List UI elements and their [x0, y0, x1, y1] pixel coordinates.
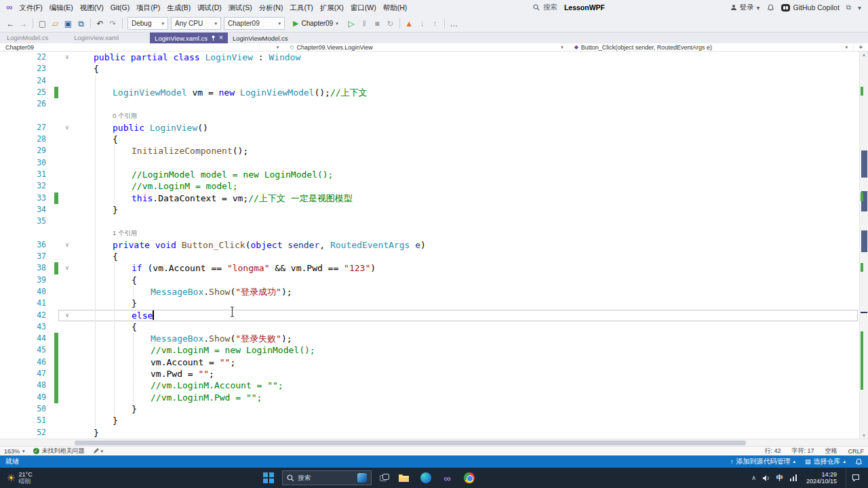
code-line[interactable]: 34} [0, 204, 859, 216]
horizontal-scrollbar[interactable] [0, 439, 868, 446]
fold-chevron-icon[interactable]: ∨ [60, 262, 75, 274]
task-view-button[interactable] [380, 474, 389, 482]
code-line[interactable]: 29InitializeComponent(); [0, 145, 859, 157]
code-line[interactable]: 41} [0, 298, 859, 309]
undo-icon[interactable]: ↶ [94, 17, 106, 30]
taskbar-search[interactable]: 搜索 [282, 470, 372, 485]
fold-chevron-icon[interactable]: ∨ [60, 310, 75, 321]
add-view-button[interactable]: + [853, 43, 868, 51]
toolbar-combo-any-cpu[interactable]: Any CPU▾ [171, 17, 221, 30]
code-line[interactable]: 22∨public partial class LoginView : Wind… [0, 52, 859, 63]
code-line[interactable]: 24 [0, 75, 859, 87]
code-line[interactable]: 28{ [0, 134, 859, 145]
code-line[interactable]: 31//LoginModel model = new LoginModel(); [0, 169, 859, 180]
menu-item[interactable]: 工具(T) [286, 0, 316, 15]
add-to-source-control-button[interactable]: ↑ 添加到源代码管理 ▴ [730, 457, 795, 466]
breadcrumb-segment-0[interactable]: Chapter09▾ [0, 43, 284, 51]
network-icon[interactable] [789, 474, 797, 481]
notifications-bell-icon[interactable] [855, 458, 863, 466]
pin-icon[interactable] [211, 35, 216, 41]
code-line[interactable]: 36∨private void Button_Click(object send… [0, 239, 859, 251]
code-line[interactable]: 39{ [0, 274, 859, 286]
code-line[interactable]: 47vm.Pwd = ""; [0, 368, 859, 380]
menu-item[interactable]: 测试(S) [225, 0, 256, 15]
sign-in-button[interactable]: 登录 ▾ [730, 3, 760, 12]
eol-indicator[interactable]: CRLF [848, 448, 864, 455]
line-indicator[interactable]: 行: 42 [764, 447, 781, 455]
tab-loginview.xaml.cs[interactable]: LoginView.xaml.cs× [150, 33, 228, 43]
menu-item[interactable]: 扩展(X) [317, 0, 347, 15]
code-line[interactable]: 49//vm.LoginM.Pwd = ""; [0, 392, 859, 403]
menu-item[interactable]: 调试(D) [194, 0, 225, 15]
feedback-icon[interactable]: ▾ [858, 4, 861, 12]
breadcrumb-segment-1[interactable]: ◇Chapter09.Views.LoginView▾ [284, 43, 568, 51]
ghost-tab[interactable]: LoginView.xaml [70, 33, 123, 43]
open-file-icon[interactable]: ▱ [49, 17, 62, 30]
menu-item[interactable]: 帮助(H) [380, 0, 411, 15]
code-line[interactable]: 51} [0, 415, 859, 426]
ghost-tab[interactable]: LoginModel.cs [3, 33, 52, 43]
menu-item[interactable]: 生成(B) [163, 0, 194, 15]
hot-reload-icon[interactable]: ▲ [403, 17, 416, 30]
menu-item[interactable]: 文件(F) [16, 0, 45, 15]
edit-indicator[interactable]: ▾ [93, 448, 104, 454]
scroll-up-icon[interactable]: ▲ [860, 52, 868, 57]
chrome-browser-button[interactable] [462, 471, 476, 485]
hidden-icons-chevron[interactable]: ∧ [751, 474, 756, 481]
save-all-icon[interactable]: ⧉ [75, 17, 87, 30]
vertical-scrollbar[interactable]: ▲ ▼ [859, 52, 868, 439]
code-line[interactable]: 25LoginViewModel vm = new LoginViewModel… [0, 87, 859, 98]
bell-icon[interactable] [767, 4, 774, 12]
code-line[interactable]: 46vm.Account = ""; [0, 357, 859, 368]
code-line[interactable]: 0 个引用 [0, 110, 859, 121]
search-box[interactable]: 搜索 [526, 3, 564, 12]
toolbar-combo-chapter09[interactable]: Chapter09▾ [224, 17, 285, 30]
visual-studio-button[interactable]: ∞ [441, 471, 454, 485]
select-repository-button[interactable]: ▤ 选择仓库 ▴ [805, 457, 846, 466]
menu-item[interactable]: 分析(N) [256, 0, 287, 15]
menu-item[interactable]: Git(G) [107, 0, 134, 15]
code-line[interactable]: 30 [0, 157, 859, 169]
step-into-icon[interactable]: ↓ [416, 17, 429, 30]
nav-forward-icon[interactable]: → [17, 17, 30, 30]
volume-icon[interactable] [762, 474, 770, 482]
screen-share-icon[interactable]: ⧉ [846, 3, 851, 12]
hscroll-thumb[interactable] [75, 441, 746, 445]
taskbar-clock[interactable]: 14:29 2024/10/15 [804, 471, 840, 485]
menu-item[interactable]: 视图(V) [77, 0, 107, 15]
code-line[interactable]: 26 [0, 98, 859, 110]
menu-item[interactable]: 编辑(E) [46, 0, 77, 15]
edge-browser-button[interactable] [419, 471, 433, 485]
code-line[interactable]: 45//vm.LoginM = new LoginModel(); [0, 344, 859, 356]
menu-item[interactable]: 项目(P) [133, 0, 163, 15]
code-line[interactable]: 43{ [0, 321, 859, 333]
code-line[interactable]: 23{ [0, 63, 859, 75]
breadcrumb-segment-2[interactable]: ◆Button_Click(object sender, RoutedEvent… [569, 43, 853, 51]
file-explorer-button[interactable] [397, 471, 411, 485]
more-tools-icon[interactable]: … [448, 17, 460, 30]
github-copilot-button[interactable]: GitHub Copilot [781, 3, 840, 12]
code-line[interactable]: 37{ [0, 251, 859, 262]
code-editor[interactable]: 22∨public partial class LoginView : Wind… [0, 52, 868, 439]
action-center-button[interactable] [846, 468, 865, 488]
stop-icon[interactable]: ■ [371, 17, 384, 30]
code-line[interactable]: 27∨public LoginView() [0, 122, 859, 134]
redo-icon[interactable]: ↷ [106, 17, 119, 30]
code-line[interactable]: 33this.DataContext = vm;//上下文 一定是视图模型 [0, 192, 859, 204]
spaces-indicator[interactable]: 空格 [825, 447, 837, 455]
code-line[interactable]: 42∨else [0, 310, 859, 321]
start-button[interactable] [263, 472, 274, 483]
code-line[interactable]: 32//vm.LoginM = model; [0, 180, 859, 192]
toolbar-combo-debug[interactable]: Debug▾ [127, 17, 168, 30]
code-line[interactable]: 50} [0, 403, 859, 415]
menu-item[interactable]: 窗口(W) [347, 0, 380, 15]
ime-indicator[interactable]: 中 [776, 473, 783, 483]
weather-widget[interactable]: ☀ 21°C 晴朗 [0, 471, 60, 485]
code-line[interactable]: 1 个引用 [0, 227, 859, 239]
fold-chevron-icon[interactable]: ∨ [60, 52, 75, 63]
zoom-selector[interactable]: 163% ▾ [4, 448, 25, 455]
code-line[interactable]: 52} [0, 427, 859, 439]
start-debugging-button[interactable]: ▶ Chapter09 ▾ [289, 17, 342, 30]
code-line[interactable]: 38∨if (vm.Account == "longma" && vm.Pwd … [0, 262, 859, 274]
code-line[interactable]: 44MessageBox.Show("登录失败"); [0, 333, 859, 344]
